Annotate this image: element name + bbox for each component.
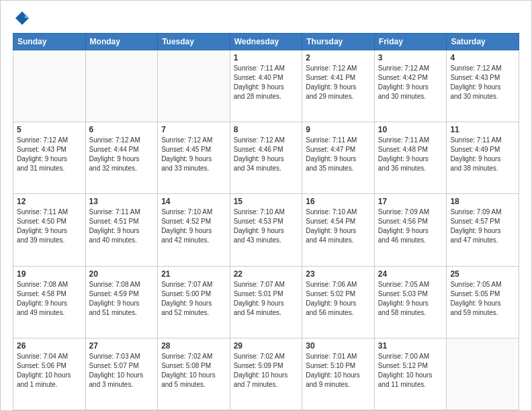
calendar-week-row: 12Sunrise: 7:11 AM Sunset: 4:50 PM Dayli… — [13, 194, 519, 266]
day-info: Sunrise: 7:05 AM Sunset: 5:03 PM Dayligh… — [378, 280, 443, 318]
day-info: Sunrise: 7:08 AM Sunset: 4:58 PM Dayligh… — [17, 280, 82, 318]
day-info: Sunrise: 7:12 AM Sunset: 4:46 PM Dayligh… — [234, 136, 299, 173]
day-number: 6 — [89, 125, 154, 134]
calendar-cell — [447, 338, 519, 410]
day-of-week-header: Monday — [85, 34, 158, 50]
calendar-cell: 4Sunrise: 7:12 AM Sunset: 4:43 PM Daylig… — [447, 50, 519, 122]
calendar-cell: 12Sunrise: 7:11 AM Sunset: 4:50 PM Dayli… — [13, 194, 86, 266]
day-info: Sunrise: 7:09 AM Sunset: 4:56 PM Dayligh… — [378, 208, 443, 245]
day-number: 2 — [306, 53, 371, 62]
calendar-cell — [158, 50, 230, 122]
day-number: 5 — [17, 125, 82, 134]
day-of-week-header: Saturday — [447, 34, 519, 50]
calendar-cell: 31Sunrise: 7:00 AM Sunset: 5:12 PM Dayli… — [374, 338, 447, 410]
calendar-cell: 15Sunrise: 7:10 AM Sunset: 4:53 PM Dayli… — [230, 194, 302, 266]
day-info: Sunrise: 7:11 AM Sunset: 4:40 PM Dayligh… — [234, 64, 299, 101]
logo — [13, 9, 34, 28]
calendar-cell: 13Sunrise: 7:11 AM Sunset: 4:51 PM Dayli… — [85, 194, 158, 266]
calendar-cell: 23Sunrise: 7:06 AM Sunset: 5:02 PM Dayli… — [302, 266, 375, 338]
day-of-week-header: Sunday — [13, 34, 86, 50]
day-number: 22 — [234, 269, 299, 279]
day-number: 10 — [378, 125, 443, 134]
day-info: Sunrise: 7:12 AM Sunset: 4:43 PM Dayligh… — [450, 64, 515, 101]
day-of-week-header: Thursday — [302, 34, 375, 50]
calendar-cell — [13, 50, 86, 122]
calendar-cell: 24Sunrise: 7:05 AM Sunset: 5:03 PM Dayli… — [374, 266, 447, 338]
day-number: 25 — [450, 269, 515, 279]
calendar-cell — [85, 50, 158, 122]
calendar-cell: 3Sunrise: 7:12 AM Sunset: 4:42 PM Daylig… — [374, 50, 447, 122]
calendar-cell: 20Sunrise: 7:08 AM Sunset: 4:59 PM Dayli… — [85, 266, 158, 338]
day-number: 28 — [161, 341, 226, 351]
calendar-cell: 17Sunrise: 7:09 AM Sunset: 4:56 PM Dayli… — [374, 194, 447, 266]
day-of-week-header: Tuesday — [158, 34, 230, 50]
day-info: Sunrise: 7:03 AM Sunset: 5:07 PM Dayligh… — [89, 352, 154, 390]
calendar-cell: 21Sunrise: 7:07 AM Sunset: 5:00 PM Dayli… — [158, 266, 230, 338]
day-number: 15 — [234, 197, 299, 206]
calendar-cell: 16Sunrise: 7:10 AM Sunset: 4:54 PM Dayli… — [302, 194, 375, 266]
calendar-cell: 2Sunrise: 7:12 AM Sunset: 4:41 PM Daylig… — [302, 50, 375, 122]
day-number: 4 — [450, 53, 515, 62]
calendar-cell: 1Sunrise: 7:11 AM Sunset: 4:40 PM Daylig… — [230, 50, 302, 122]
day-number: 26 — [17, 341, 82, 351]
day-info: Sunrise: 7:06 AM Sunset: 5:02 PM Dayligh… — [306, 280, 371, 318]
day-number: 23 — [306, 269, 371, 279]
day-info: Sunrise: 7:02 AM Sunset: 5:09 PM Dayligh… — [234, 352, 299, 390]
day-info: Sunrise: 7:10 AM Sunset: 4:52 PM Dayligh… — [161, 208, 226, 245]
day-number: 19 — [17, 269, 82, 279]
day-info: Sunrise: 7:11 AM Sunset: 4:48 PM Dayligh… — [378, 136, 443, 173]
calendar-page: SundayMondayTuesdayWednesdayThursdayFrid… — [0, 0, 532, 411]
calendar-table: SundayMondayTuesdayWednesdayThursdayFrid… — [13, 33, 519, 410]
calendar-week-row: 26Sunrise: 7:04 AM Sunset: 5:06 PM Dayli… — [13, 338, 519, 410]
day-number: 3 — [378, 53, 443, 62]
day-of-week-header: Wednesday — [230, 34, 302, 50]
calendar-cell: 30Sunrise: 7:01 AM Sunset: 5:10 PM Dayli… — [302, 338, 375, 410]
day-info: Sunrise: 7:11 AM Sunset: 4:50 PM Dayligh… — [17, 208, 82, 245]
calendar-body: 1Sunrise: 7:11 AM Sunset: 4:40 PM Daylig… — [13, 50, 519, 410]
day-info: Sunrise: 7:12 AM Sunset: 4:42 PM Dayligh… — [378, 64, 443, 101]
day-number: 1 — [234, 53, 299, 62]
day-info: Sunrise: 7:05 AM Sunset: 5:05 PM Dayligh… — [450, 280, 515, 318]
day-number: 24 — [378, 269, 443, 279]
calendar-cell: 22Sunrise: 7:07 AM Sunset: 5:01 PM Dayli… — [230, 266, 302, 338]
day-number: 29 — [234, 341, 299, 351]
calendar-cell: 9Sunrise: 7:11 AM Sunset: 4:47 PM Daylig… — [302, 122, 375, 194]
days-of-week-row: SundayMondayTuesdayWednesdayThursdayFrid… — [13, 34, 519, 50]
day-info: Sunrise: 7:12 AM Sunset: 4:41 PM Dayligh… — [306, 64, 371, 101]
day-info: Sunrise: 7:07 AM Sunset: 5:01 PM Dayligh… — [234, 280, 299, 318]
day-info: Sunrise: 7:11 AM Sunset: 4:49 PM Dayligh… — [450, 136, 515, 173]
calendar-cell: 8Sunrise: 7:12 AM Sunset: 4:46 PM Daylig… — [230, 122, 302, 194]
day-info: Sunrise: 7:11 AM Sunset: 4:47 PM Dayligh… — [306, 136, 371, 173]
day-info: Sunrise: 7:12 AM Sunset: 4:44 PM Dayligh… — [89, 136, 154, 173]
day-number: 18 — [450, 197, 515, 206]
calendar-cell: 7Sunrise: 7:12 AM Sunset: 4:45 PM Daylig… — [158, 122, 230, 194]
calendar-cell: 6Sunrise: 7:12 AM Sunset: 4:44 PM Daylig… — [85, 122, 158, 194]
day-info: Sunrise: 7:10 AM Sunset: 4:53 PM Dayligh… — [234, 208, 299, 245]
day-number: 21 — [161, 269, 226, 279]
day-number: 12 — [17, 197, 82, 206]
day-number: 11 — [450, 125, 515, 134]
day-info: Sunrise: 7:07 AM Sunset: 5:00 PM Dayligh… — [161, 280, 226, 318]
day-info: Sunrise: 7:08 AM Sunset: 4:59 PM Dayligh… — [89, 280, 154, 318]
calendar-cell: 10Sunrise: 7:11 AM Sunset: 4:48 PM Dayli… — [374, 122, 447, 194]
calendar-cell: 28Sunrise: 7:02 AM Sunset: 5:08 PM Dayli… — [158, 338, 230, 410]
day-number: 7 — [161, 125, 226, 134]
day-info: Sunrise: 7:09 AM Sunset: 4:57 PM Dayligh… — [450, 208, 515, 245]
calendar-cell: 27Sunrise: 7:03 AM Sunset: 5:07 PM Dayli… — [85, 338, 158, 410]
day-number: 13 — [89, 197, 154, 206]
day-info: Sunrise: 7:10 AM Sunset: 4:54 PM Dayligh… — [306, 208, 371, 245]
logo-icon — [13, 9, 32, 28]
day-number: 17 — [378, 197, 443, 206]
calendar-cell: 5Sunrise: 7:12 AM Sunset: 4:43 PM Daylig… — [13, 122, 86, 194]
day-number: 20 — [89, 269, 154, 279]
calendar-cell: 29Sunrise: 7:02 AM Sunset: 5:09 PM Dayli… — [230, 338, 302, 410]
calendar-cell: 11Sunrise: 7:11 AM Sunset: 4:49 PM Dayli… — [447, 122, 519, 194]
day-number: 14 — [161, 197, 226, 206]
calendar-cell: 14Sunrise: 7:10 AM Sunset: 4:52 PM Dayli… — [158, 194, 230, 266]
day-number: 27 — [89, 341, 154, 351]
calendar-header-row: SundayMondayTuesdayWednesdayThursdayFrid… — [13, 34, 519, 50]
day-info: Sunrise: 7:12 AM Sunset: 4:45 PM Dayligh… — [161, 136, 226, 173]
day-info: Sunrise: 7:00 AM Sunset: 5:12 PM Dayligh… — [378, 352, 443, 390]
day-info: Sunrise: 7:02 AM Sunset: 5:08 PM Dayligh… — [161, 352, 226, 390]
day-number: 31 — [378, 341, 443, 351]
